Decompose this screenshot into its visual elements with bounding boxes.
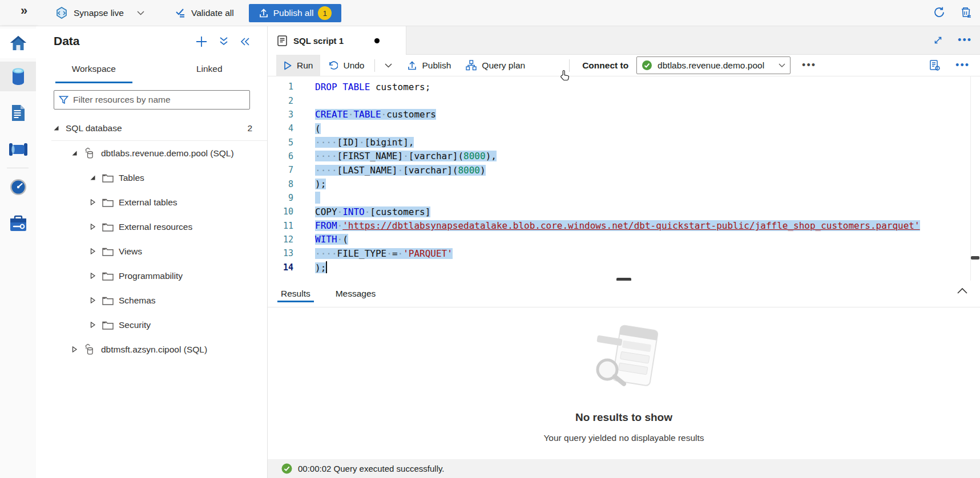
nav-integrate[interactable] (0, 135, 36, 164)
editor-scrollbar-thumb[interactable] (971, 256, 979, 260)
expand-twisty-icon[interactable] (90, 297, 96, 303)
tree-item-schemas[interactable]: Schemas (36, 288, 267, 313)
nav-monitor[interactable] (0, 172, 36, 202)
tree-item-tables[interactable]: Tables (36, 165, 267, 190)
manage-icon (9, 215, 27, 232)
git-mode-selector[interactable]: Synapse live (55, 5, 144, 22)
no-results-illustration (575, 321, 672, 407)
tree-item-dbtlabs-revenue-demo-pool-sql[interactable]: dbtlabs.revenue.demo.pool (SQL) (36, 141, 267, 165)
expand-twisty-icon[interactable] (90, 199, 96, 205)
maximize-icon[interactable] (933, 34, 943, 46)
line-content (315, 192, 320, 204)
line-number: 12 (268, 234, 293, 245)
expand-twisty-icon[interactable] (90, 224, 96, 230)
code-line-8[interactable]: 8); (268, 177, 980, 191)
code-line-6[interactable]: 6····[FIRST_NAME]·[varchar](8000), (268, 149, 980, 163)
discard-trash-icon[interactable] (959, 6, 972, 19)
run-options-chevron[interactable] (377, 55, 400, 76)
properties-icon[interactable] (929, 59, 941, 71)
tab-workspace[interactable]: Workspace (36, 59, 152, 83)
collapse-twisty-icon[interactable] (90, 175, 96, 181)
line-content: COPY·INTO·[customers] (315, 206, 430, 217)
expand-twisty-icon[interactable] (71, 346, 78, 353)
tree-item-external-resources[interactable]: External resources (36, 214, 267, 239)
chevron-down-icon (137, 9, 144, 17)
publish-button[interactable]: Publish (400, 55, 459, 76)
code-line-5[interactable]: 5····[ID]·[bigint], (268, 135, 980, 149)
sql-editor[interactable]: 1DROP TABLE customers;23CREATE·TABLE·cus… (268, 76, 980, 281)
code-line-12[interactable]: 12WITH·( (268, 233, 980, 246)
folder-icon (102, 272, 114, 281)
editor-more-icon[interactable]: ••• (955, 59, 970, 71)
tab-sql-script-1[interactable]: SQL script 1 (268, 26, 406, 55)
nav-home[interactable] (0, 29, 36, 58)
line-number: 7 (268, 165, 293, 175)
expand-twisty-icon[interactable] (90, 273, 96, 279)
validate-all-button[interactable]: Validate all (175, 5, 234, 22)
code-line-7[interactable]: 7····[LAST_NAME]·[varchar](8000) (268, 163, 980, 177)
run-button[interactable]: Run (276, 55, 320, 76)
code-line-9[interactable]: 9 (268, 191, 980, 205)
line-number: 5 (268, 137, 293, 148)
nav-develop[interactable] (0, 98, 36, 128)
line-number: 3 (268, 110, 293, 120)
collapse-results-chevron-icon[interactable] (957, 287, 967, 294)
mode-label: Synapse live (74, 8, 124, 18)
line-number: 11 (268, 221, 293, 231)
tree-item-security[interactable]: Security (36, 313, 267, 337)
results-tabs: Results Messages (268, 281, 980, 307)
code-line-13[interactable]: 13····FILE_TYPE·=·'PARQUET' (268, 246, 980, 260)
document-tabstrip: SQL script 1 ••• (268, 26, 980, 55)
collapse-twisty-icon[interactable] (71, 150, 78, 156)
code-line-3[interactable]: 3CREATE·TABLE·customers (268, 108, 980, 121)
query-plan-icon (466, 60, 477, 71)
dropdown-chevron-icon (779, 63, 785, 68)
tab-linked[interactable]: Linked (152, 59, 268, 83)
rail-divider (7, 168, 29, 168)
monitor-icon (10, 179, 27, 196)
tab-more-actions-icon[interactable]: ••• (958, 34, 972, 46)
filter-resources-input[interactable] (73, 95, 245, 105)
publish-all-button[interactable]: Publish all 1 (249, 4, 341, 22)
tree-item-views[interactable]: Views (36, 239, 267, 264)
connect-to-pool-dropdown[interactable]: dbtlabs.revenue.demo.pool (636, 56, 791, 74)
folder-icon (102, 222, 114, 232)
toolbar-separator (374, 59, 375, 72)
line-content: ····[ID]·[bigint], (315, 137, 414, 148)
status-text: 00:00:02 Query executed successfully. (298, 464, 445, 473)
unsaved-dot-icon (374, 38, 380, 43)
expand-twisty-icon[interactable] (90, 248, 96, 254)
folder-icon (102, 173, 114, 183)
code-line-4[interactable]: 4( (268, 121, 980, 135)
query-plan-label: Query plan (482, 60, 525, 71)
code-line-10[interactable]: 10COPY·INTO·[customers] (268, 205, 980, 218)
folder-icon (102, 321, 114, 330)
publish-count-badge: 1 (318, 6, 332, 20)
refresh-icon[interactable] (933, 6, 946, 19)
add-resource-icon[interactable] (195, 35, 208, 48)
expand-rail-icon[interactable]: » (21, 3, 27, 18)
query-plan-button[interactable]: Query plan (458, 55, 533, 76)
nav-manage[interactable] (0, 209, 36, 238)
toolbar-more-icon[interactable]: ••• (802, 59, 816, 71)
tree-item-programmability[interactable]: Programmability (36, 264, 267, 288)
tab-results[interactable]: Results (281, 281, 310, 307)
collapse-twisty-icon[interactable] (53, 125, 59, 131)
code-line-2[interactable]: 2 (268, 94, 980, 107)
code-line-11[interactable]: 11FROM·'https://dbtlabsynapsedatalake.bl… (268, 218, 980, 232)
code-line-1[interactable]: 1DROP TABLE customers; (268, 80, 980, 94)
no-results-state: No results to show Your query yielded no… (268, 307, 980, 443)
actions-double-chevron-icon[interactable] (219, 37, 228, 47)
undo-button[interactable]: Undo (320, 55, 372, 76)
line-content: ); (315, 179, 326, 189)
folder-icon (102, 296, 114, 305)
nav-data[interactable] (0, 62, 36, 91)
tree-item-dbtmsft-azsyn-cipool-sql[interactable]: dbtmsft.azsyn.cipool (SQL) (36, 337, 267, 362)
integrate-icon (9, 142, 28, 157)
code-line-14[interactable]: 14); (268, 260, 980, 274)
tree-item-external-tables[interactable]: External tables (36, 190, 267, 214)
tree-item-sql-database[interactable]: SQL database 2 (36, 116, 267, 140)
expand-twisty-icon[interactable] (90, 322, 96, 328)
collapse-panel-icon[interactable] (240, 37, 250, 46)
tab-messages[interactable]: Messages (336, 281, 376, 307)
